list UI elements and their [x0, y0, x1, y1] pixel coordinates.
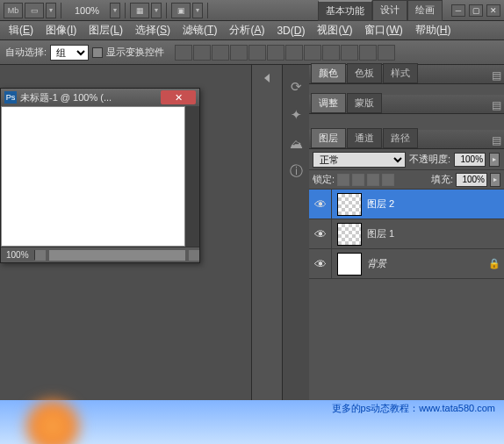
document-titlebar[interactable]: Ps 未标题-1 @ 100% (... ✕: [1, 89, 199, 106]
options-bar: 自动选择: 组 显示变换控件: [0, 40, 504, 65]
lock-all-icon[interactable]: [382, 174, 394, 186]
document-area: Ps 未标题-1 @ 100% (... ✕ 100%: [0, 65, 251, 444]
layer-row[interactable]: 👁 图层 2: [309, 190, 504, 219]
screen-mode-button[interactable]: ▭: [25, 3, 44, 18]
tab-adjustments[interactable]: 调整: [311, 93, 346, 113]
document-close-button[interactable]: ✕: [161, 90, 196, 104]
history-icon[interactable]: ⟳: [288, 79, 304, 95]
horizontal-scrollbar[interactable]: [49, 250, 185, 261]
layer-thumbnail[interactable]: [337, 223, 362, 246]
menu-filter[interactable]: 滤镜(T): [177, 21, 222, 39]
zoom-dropdown[interactable]: ▾: [110, 3, 120, 18]
view-dropdown-1[interactable]: ▾: [151, 3, 162, 18]
document-title: 未标题-1 @ 100% (...: [20, 91, 112, 104]
workspace-tab-basic[interactable]: 基本功能: [318, 0, 372, 21]
panel-menu-icon[interactable]: ▤: [488, 68, 504, 83]
tab-paths[interactable]: 路径: [383, 128, 418, 148]
color-panel-tabs: 颜色 色板 样式 ▤: [309, 65, 504, 84]
layer-thumbnail[interactable]: [337, 253, 362, 276]
navigator-icon[interactable]: ✦: [288, 107, 304, 123]
scroll-left-icon[interactable]: [35, 250, 46, 261]
layer-name[interactable]: 图层 2: [367, 197, 504, 211]
menu-edit[interactable]: 辑(E): [4, 21, 39, 39]
blend-mode-dropdown[interactable]: 正常: [313, 152, 406, 168]
adjust-panel-tabs: 调整 蒙版 ▤: [309, 95, 504, 114]
layers-panel-tabs: 图层 通道 路径 ▤: [309, 130, 504, 149]
zoom-display[interactable]: 100%: [66, 5, 108, 16]
histogram-icon[interactable]: ⛰: [288, 135, 304, 151]
menu-3d[interactable]: 3D(D): [271, 23, 310, 39]
align-icon-10[interactable]: [341, 45, 358, 61]
panel-menu-icon-2[interactable]: ▤: [488, 97, 504, 113]
tab-masks[interactable]: 蒙版: [347, 93, 382, 113]
menu-analysis[interactable]: 分析(A): [224, 21, 270, 39]
visibility-icon[interactable]: 👁: [309, 190, 332, 219]
align-icon-7[interactable]: [285, 45, 303, 61]
show-transform-checkbox[interactable]: [92, 47, 103, 58]
align-icon-2[interactable]: [193, 45, 211, 61]
minimize-button[interactable]: ─: [451, 4, 465, 17]
menu-bar: 辑(E) 图像(I) 图层(L) 选择(S) 滤镜(T) 分析(A) 3D(D)…: [0, 21, 504, 40]
autoselect-dropdown[interactable]: 组: [50, 45, 89, 61]
layer-name[interactable]: 背景: [367, 257, 488, 270]
tab-channels[interactable]: 通道: [347, 128, 382, 148]
visibility-icon[interactable]: 👁: [309, 249, 332, 279]
tab-styles[interactable]: 样式: [383, 63, 418, 83]
fill-label: 填充:: [431, 173, 453, 186]
document-window[interactable]: Ps 未标题-1 @ 100% (... ✕ 100%: [0, 88, 200, 263]
tab-color[interactable]: 颜色: [311, 63, 346, 83]
lock-pixels-icon[interactable]: [352, 174, 364, 186]
layers-lock-row: 锁定: 填充: ▸: [309, 170, 504, 190]
visibility-icon[interactable]: 👁: [309, 219, 332, 249]
layer-row[interactable]: 👁 图层 1: [309, 219, 504, 249]
align-icon-3[interactable]: [212, 45, 229, 61]
icon-panel-strip: ⟳ ✦ ⛰ ⓘ: [283, 65, 309, 444]
opacity-flyout-icon[interactable]: ▸: [489, 153, 500, 167]
tab-layers[interactable]: 图层: [311, 128, 346, 148]
layer-thumbnail[interactable]: [337, 193, 362, 216]
collapse-left-icon[interactable]: [264, 74, 270, 82]
opacity-input[interactable]: [454, 153, 486, 167]
workspace-tab-paint[interactable]: 绘画: [407, 0, 443, 21]
lock-transparent-icon[interactable]: [337, 174, 349, 186]
workspace: Ps 未标题-1 @ 100% (... ✕ 100% ⟳ ✦ ⛰ ⓘ 颜色 色…: [0, 65, 504, 444]
lock-position-icon[interactable]: [367, 174, 379, 186]
scroll-right-icon[interactable]: [189, 250, 199, 261]
align-icon-4[interactable]: [230, 45, 248, 61]
workspace-tabs: 基本功能 设计 绘画: [318, 0, 443, 21]
fill-flyout-icon[interactable]: ▸: [490, 173, 500, 187]
panel-menu-icon-3[interactable]: ▤: [488, 132, 504, 148]
menu-window[interactable]: 窗口(W): [359, 21, 407, 39]
close-button[interactable]: ✕: [486, 4, 500, 17]
align-icon-1[interactable]: [175, 45, 192, 61]
fill-input[interactable]: [456, 173, 487, 187]
view-dropdown-2[interactable]: ▾: [192, 3, 203, 18]
lock-label: 锁定:: [313, 173, 335, 186]
mb-button[interactable]: Mb: [4, 3, 23, 18]
view-button-2[interactable]: ▣: [171, 3, 191, 18]
align-icon-6[interactable]: [267, 45, 284, 61]
screen-mode-dropdown[interactable]: ▾: [46, 3, 56, 18]
menu-view[interactable]: 视图(V): [312, 21, 357, 39]
view-button-1[interactable]: ▦: [130, 3, 149, 18]
layer-name[interactable]: 图层 1: [367, 227, 504, 240]
window-controls: ─ ▢ ✕: [451, 4, 500, 17]
menu-layer[interactable]: 图层(L): [83, 21, 128, 39]
align-icon-12[interactable]: [378, 45, 395, 61]
menu-select[interactable]: 选择(S): [130, 21, 176, 39]
doc-zoom[interactable]: 100%: [1, 250, 35, 260]
align-icon-11[interactable]: [359, 45, 377, 61]
align-icon-5[interactable]: [248, 45, 266, 61]
panel-collapse-strip: [251, 65, 283, 444]
document-statusbar: 100%: [1, 247, 199, 262]
info-icon[interactable]: ⓘ: [288, 163, 304, 179]
menu-help[interactable]: 帮助(H): [410, 21, 457, 39]
layer-row[interactable]: 👁 背景 🔒: [309, 249, 504, 279]
align-icon-8[interactable]: [304, 45, 321, 61]
workspace-tab-design[interactable]: 设计: [372, 0, 407, 21]
maximize-button[interactable]: ▢: [469, 4, 483, 17]
canvas[interactable]: [1, 106, 185, 247]
tab-swatches[interactable]: 色板: [347, 63, 382, 83]
align-icon-9[interactable]: [322, 45, 340, 61]
menu-image[interactable]: 图像(I): [40, 21, 82, 39]
